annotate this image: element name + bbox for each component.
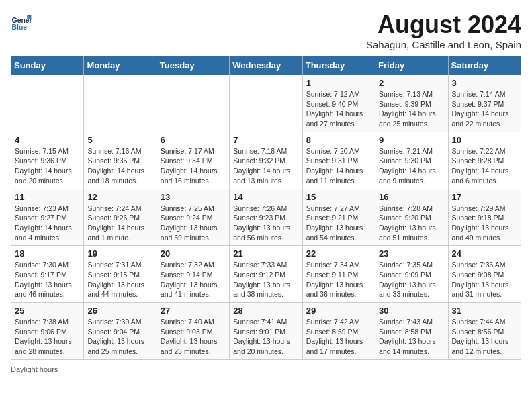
header-thursday: Thursday bbox=[302, 56, 375, 75]
calendar-cell: 6Sunrise: 7:17 AM Sunset: 9:34 PM Daylig… bbox=[157, 132, 229, 189]
day-info: Sunrise: 7:38 AM Sunset: 9:06 PM Dayligh… bbox=[15, 317, 80, 357]
calendar-cell: 16Sunrise: 7:28 AM Sunset: 9:20 PM Dayli… bbox=[375, 189, 448, 246]
day-number: 15 bbox=[306, 192, 371, 202]
calendar-cell: 9Sunrise: 7:21 AM Sunset: 9:30 PM Daylig… bbox=[375, 132, 448, 189]
day-number: 27 bbox=[161, 306, 226, 316]
day-info: Sunrise: 7:30 AM Sunset: 9:17 PM Dayligh… bbox=[15, 260, 80, 300]
day-number: 29 bbox=[306, 306, 371, 316]
calendar-cell bbox=[11, 75, 84, 132]
calendar-cell: 22Sunrise: 7:34 AM Sunset: 9:11 PM Dayli… bbox=[302, 246, 375, 303]
day-info: Sunrise: 7:15 AM Sunset: 9:36 PM Dayligh… bbox=[15, 146, 80, 186]
day-info: Sunrise: 7:34 AM Sunset: 9:11 PM Dayligh… bbox=[306, 260, 371, 300]
calendar-cell: 30Sunrise: 7:43 AM Sunset: 8:58 PM Dayli… bbox=[375, 303, 448, 360]
calendar-cell: 8Sunrise: 7:20 AM Sunset: 9:31 PM Daylig… bbox=[302, 132, 375, 189]
header-saturday: Saturday bbox=[448, 56, 521, 75]
day-number: 3 bbox=[452, 78, 517, 88]
day-info: Sunrise: 7:13 AM Sunset: 9:39 PM Dayligh… bbox=[379, 89, 444, 129]
day-number: 6 bbox=[161, 135, 226, 145]
week-row-5: 25Sunrise: 7:38 AM Sunset: 9:06 PM Dayli… bbox=[11, 303, 521, 360]
calendar-header-row: SundayMondayTuesdayWednesdayThursdayFrid… bbox=[11, 56, 521, 75]
calendar-cell: 13Sunrise: 7:25 AM Sunset: 9:24 PM Dayli… bbox=[157, 189, 229, 246]
day-info: Sunrise: 7:27 AM Sunset: 9:21 PM Dayligh… bbox=[306, 203, 371, 243]
day-number: 16 bbox=[379, 192, 444, 202]
day-info: Sunrise: 7:12 AM Sunset: 9:40 PM Dayligh… bbox=[306, 89, 371, 129]
day-number: 8 bbox=[306, 135, 371, 145]
calendar-cell: 15Sunrise: 7:27 AM Sunset: 9:21 PM Dayli… bbox=[302, 189, 375, 246]
day-info: Sunrise: 7:29 AM Sunset: 9:18 PM Dayligh… bbox=[452, 203, 517, 243]
day-number: 22 bbox=[306, 248, 371, 259]
day-info: Sunrise: 7:22 AM Sunset: 9:28 PM Dayligh… bbox=[452, 146, 517, 186]
week-row-1: 1Sunrise: 7:12 AM Sunset: 9:40 PM Daylig… bbox=[11, 75, 521, 132]
day-info: Sunrise: 7:26 AM Sunset: 9:23 PM Dayligh… bbox=[233, 203, 298, 243]
calendar-cell: 10Sunrise: 7:22 AM Sunset: 9:28 PM Dayli… bbox=[448, 132, 521, 189]
week-row-2: 4Sunrise: 7:15 AM Sunset: 9:36 PM Daylig… bbox=[11, 132, 521, 189]
day-number: 11 bbox=[15, 192, 80, 202]
day-info: Sunrise: 7:21 AM Sunset: 9:30 PM Dayligh… bbox=[379, 146, 444, 186]
week-row-3: 11Sunrise: 7:23 AM Sunset: 9:27 PM Dayli… bbox=[11, 189, 521, 246]
day-number: 21 bbox=[233, 248, 298, 259]
day-info: Sunrise: 7:31 AM Sunset: 9:15 PM Dayligh… bbox=[87, 260, 152, 300]
day-info: Sunrise: 7:33 AM Sunset: 9:12 PM Dayligh… bbox=[233, 260, 298, 300]
day-info: Sunrise: 7:44 AM Sunset: 8:56 PM Dayligh… bbox=[452, 317, 517, 357]
daylight-label: Daylight hours bbox=[11, 365, 58, 373]
calendar-table: SundayMondayTuesdayWednesdayThursdayFrid… bbox=[11, 56, 521, 360]
day-info: Sunrise: 7:42 AM Sunset: 8:59 PM Dayligh… bbox=[306, 317, 371, 357]
location-subtitle: Sahagun, Castille and Leon, Spain bbox=[366, 39, 521, 50]
day-info: Sunrise: 7:18 AM Sunset: 9:32 PM Dayligh… bbox=[233, 146, 298, 186]
day-number: 20 bbox=[161, 248, 226, 259]
day-info: Sunrise: 7:43 AM Sunset: 8:58 PM Dayligh… bbox=[379, 317, 444, 357]
day-info: Sunrise: 7:28 AM Sunset: 9:20 PM Dayligh… bbox=[379, 203, 444, 243]
calendar-cell: 14Sunrise: 7:26 AM Sunset: 9:23 PM Dayli… bbox=[230, 189, 302, 246]
calendar-cell: 2Sunrise: 7:13 AM Sunset: 9:39 PM Daylig… bbox=[375, 75, 448, 132]
day-number: 30 bbox=[379, 306, 444, 316]
header-tuesday: Tuesday bbox=[157, 56, 229, 75]
calendar-cell: 25Sunrise: 7:38 AM Sunset: 9:06 PM Dayli… bbox=[11, 303, 84, 360]
calendar-cell: 12Sunrise: 7:24 AM Sunset: 9:26 PM Dayli… bbox=[84, 189, 157, 246]
day-number: 2 bbox=[379, 78, 444, 88]
logo: General Blue bbox=[11, 11, 32, 32]
day-number: 13 bbox=[161, 192, 226, 202]
title-block: August 2024 Sahagun, Castille and Leon, … bbox=[366, 11, 521, 50]
svg-text:Blue: Blue bbox=[12, 24, 28, 31]
day-number: 25 bbox=[15, 306, 80, 316]
page-header: General Blue August 2024 Sahagun, Castil… bbox=[11, 11, 521, 50]
day-number: 7 bbox=[233, 135, 298, 145]
calendar-cell: 4Sunrise: 7:15 AM Sunset: 9:36 PM Daylig… bbox=[11, 132, 84, 189]
header-monday: Monday bbox=[84, 56, 157, 75]
day-info: Sunrise: 7:17 AM Sunset: 9:34 PM Dayligh… bbox=[161, 146, 226, 186]
header-sunday: Sunday bbox=[11, 56, 84, 75]
day-info: Sunrise: 7:20 AM Sunset: 9:31 PM Dayligh… bbox=[306, 146, 371, 186]
day-number: 12 bbox=[87, 192, 152, 202]
day-info: Sunrise: 7:32 AM Sunset: 9:14 PM Dayligh… bbox=[161, 260, 226, 300]
day-number: 17 bbox=[452, 192, 517, 202]
calendar-cell: 21Sunrise: 7:33 AM Sunset: 9:12 PM Dayli… bbox=[230, 246, 302, 303]
day-number: 10 bbox=[452, 135, 517, 145]
day-info: Sunrise: 7:36 AM Sunset: 9:08 PM Dayligh… bbox=[452, 260, 517, 300]
day-info: Sunrise: 7:16 AM Sunset: 9:35 PM Dayligh… bbox=[87, 146, 152, 186]
calendar-cell bbox=[84, 75, 157, 132]
day-number: 4 bbox=[15, 135, 80, 145]
day-number: 9 bbox=[379, 135, 444, 145]
day-info: Sunrise: 7:39 AM Sunset: 9:04 PM Dayligh… bbox=[87, 317, 152, 357]
header-friday: Friday bbox=[375, 56, 448, 75]
day-number: 28 bbox=[233, 306, 298, 316]
day-info: Sunrise: 7:25 AM Sunset: 9:24 PM Dayligh… bbox=[161, 203, 226, 243]
calendar-cell: 23Sunrise: 7:35 AM Sunset: 9:09 PM Dayli… bbox=[375, 246, 448, 303]
day-info: Sunrise: 7:41 AM Sunset: 9:01 PM Dayligh… bbox=[233, 317, 298, 357]
calendar-cell: 24Sunrise: 7:36 AM Sunset: 9:08 PM Dayli… bbox=[448, 246, 521, 303]
calendar-cell: 1Sunrise: 7:12 AM Sunset: 9:40 PM Daylig… bbox=[302, 75, 375, 132]
header-wednesday: Wednesday bbox=[230, 56, 302, 75]
day-info: Sunrise: 7:35 AM Sunset: 9:09 PM Dayligh… bbox=[379, 260, 444, 300]
day-number: 19 bbox=[87, 248, 152, 259]
calendar-cell: 29Sunrise: 7:42 AM Sunset: 8:59 PM Dayli… bbox=[302, 303, 375, 360]
calendar-cell bbox=[157, 75, 229, 132]
day-info: Sunrise: 7:14 AM Sunset: 9:37 PM Dayligh… bbox=[452, 89, 517, 129]
calendar-cell: 20Sunrise: 7:32 AM Sunset: 9:14 PM Dayli… bbox=[157, 246, 229, 303]
month-year-title: August 2024 bbox=[366, 11, 521, 39]
day-number: 18 bbox=[15, 248, 80, 259]
day-number: 26 bbox=[87, 306, 152, 316]
calendar-cell: 17Sunrise: 7:29 AM Sunset: 9:18 PM Dayli… bbox=[448, 189, 521, 246]
calendar-cell: 26Sunrise: 7:39 AM Sunset: 9:04 PM Dayli… bbox=[84, 303, 157, 360]
calendar-cell: 3Sunrise: 7:14 AM Sunset: 9:37 PM Daylig… bbox=[448, 75, 521, 132]
calendar-cell: 19Sunrise: 7:31 AM Sunset: 9:15 PM Dayli… bbox=[84, 246, 157, 303]
